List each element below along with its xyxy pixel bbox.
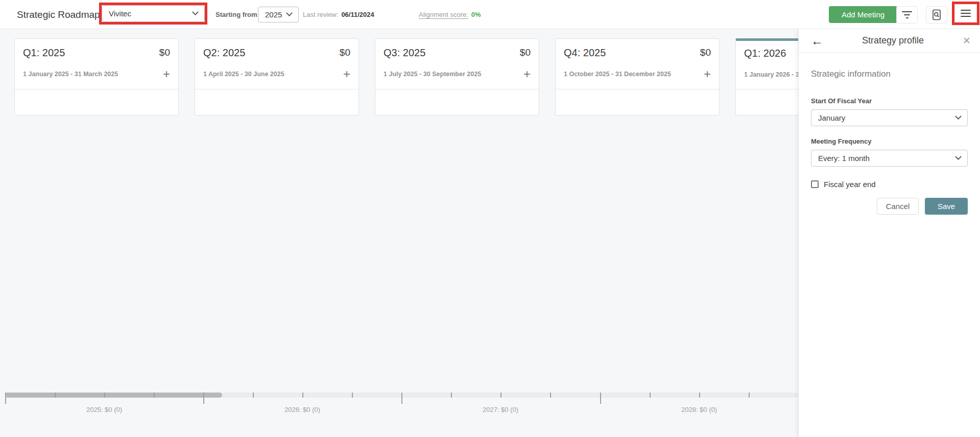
starting-from-label: Starting from: (216, 0, 259, 29)
fiscal-year-select[interactable]: January (811, 109, 968, 126)
cancel-button[interactable]: Cancel (877, 198, 919, 215)
fiscal-year-label: Start Of Fiscal Year (811, 97, 968, 105)
quarter-title: Q1: 2025 (23, 47, 65, 59)
quarter-amount: $0 (700, 47, 711, 58)
quarter-title: Q1: 2026 (744, 48, 786, 59)
quarter-date-range: 1 July 2025 - 30 September 2025 (384, 71, 481, 78)
menu-button[interactable] (954, 4, 977, 22)
panel-content: Strategic information Start Of Fiscal Ye… (799, 69, 980, 215)
year-boundary-tick (401, 393, 402, 404)
chevron-down-icon (955, 113, 962, 120)
menu-icon (961, 10, 971, 11)
quarter-tick (55, 393, 56, 398)
starting-year-select[interactable]: 2025 (258, 7, 299, 22)
timeline-year-label: 2025: $0 (0) (5, 406, 203, 413)
quarter-tick (650, 393, 651, 398)
quarter-card-body (556, 89, 719, 115)
quarter-tick (352, 393, 353, 398)
section-title: Strategic information (811, 69, 968, 79)
panel-actions: Cancel Save (811, 198, 968, 215)
meeting-frequency-label: Meeting Frequency (811, 137, 968, 145)
timeline-scrubber: 2025: $0 (0) 2026: $0 (0) 2027: $0 (0) 2… (5, 393, 798, 416)
quarter-tick (500, 393, 501, 398)
year-boundary-tick (600, 393, 601, 404)
fiscal-year-end-checkbox[interactable] (811, 180, 819, 188)
alignment-score: Alignment score: 0% (419, 0, 481, 29)
add-item-button[interactable]: + (704, 70, 711, 79)
quarter-card-body (195, 89, 358, 115)
quarter-card-q3-2025: Q3: 2025 $0 1 July 2025 - 30 September 2… (375, 38, 539, 116)
filter-icon (902, 11, 912, 12)
starting-year-value: 2025 (265, 10, 282, 19)
quarter-card-body (15, 89, 178, 115)
add-item-button[interactable]: + (163, 70, 170, 79)
strategy-profile-panel: ← Strategy profile ✕ Strategic informati… (798, 29, 980, 437)
fiscal-year-end-label: Fiscal year end (824, 180, 876, 189)
add-meeting-button[interactable]: Add Meeting (829, 6, 897, 23)
quarter-date-range: 1 January 2025 - 31 March 2025 (23, 71, 118, 78)
last-review-date: 06/11/2024 (341, 11, 374, 18)
company-select[interactable]: Vivitec (102, 5, 205, 22)
quarter-tick (550, 393, 551, 398)
last-review-label: Last review: (303, 11, 338, 18)
quarter-title: Q2: 2025 (203, 47, 245, 59)
year-boundary-tick (203, 393, 204, 404)
quarter-card-q1-2025: Q1: 2025 $0 1 January 2025 - 31 March 20… (14, 38, 179, 116)
close-icon[interactable]: ✕ (963, 36, 971, 45)
meeting-frequency-select[interactable]: Every: 1 month (811, 150, 968, 167)
top-bar: Strategic Roadmap Vivitec Starting from:… (0, 0, 980, 29)
annotation-highlight-company: Vivitec (99, 3, 207, 25)
chevron-down-icon (192, 9, 199, 15)
last-review: Last review: 06/11/2024 (303, 0, 374, 29)
chevron-down-icon (286, 10, 293, 16)
timeline-year-label: 2028: $0 (0) (600, 406, 798, 413)
document-review-button[interactable] (926, 6, 947, 24)
timeline-thumb[interactable] (5, 393, 222, 398)
quarter-amount: $0 (340, 47, 350, 58)
alignment-score-link[interactable]: Alignment score: (419, 11, 468, 18)
quarter-tick (451, 393, 452, 398)
year-boundary-tick (5, 393, 6, 404)
quarter-tick (154, 393, 155, 398)
quarter-amount: $0 (520, 47, 531, 58)
company-select-value: Vivitec (109, 9, 131, 18)
meeting-frequency-value: Every: 1 month (818, 154, 870, 163)
back-arrow-icon[interactable]: ← (811, 35, 823, 47)
quarter-tick (104, 393, 105, 398)
quarter-card-body (375, 89, 539, 115)
alignment-score-value: 0% (471, 11, 481, 18)
quarter-card-q4-2025: Q4: 2025 $0 1 October 2025 - 31 December… (555, 38, 720, 116)
quarter-date-range: 1 October 2025 - 31 December 2025 (564, 71, 671, 78)
filter-button[interactable] (896, 6, 918, 24)
quarter-amount: $0 (159, 47, 170, 58)
page-title: Strategic Roadmap (17, 0, 100, 29)
fiscal-year-value: January (818, 113, 845, 122)
strategic-roadmap-app: Strategic Roadmap Vivitec Starting from:… (0, 0, 980, 437)
chevron-down-icon (955, 153, 962, 160)
add-item-button[interactable]: + (343, 70, 350, 79)
panel-title: Strategy profile (823, 35, 963, 46)
timeline-year-label: 2027: $0 (0) (401, 406, 600, 413)
quarter-date-range: 1 April 2025 - 30 June 2025 (203, 71, 284, 78)
add-item-button[interactable]: + (523, 70, 531, 79)
annotation-highlight-menu (952, 2, 979, 25)
quarter-title: Q4: 2025 (564, 47, 606, 59)
quarter-tick (699, 393, 700, 398)
fiscal-year-end-row: Fiscal year end (811, 180, 968, 189)
document-search-icon (931, 9, 942, 20)
quarter-tick (302, 393, 303, 398)
quarter-card-q2-2025: Q2: 2025 $0 1 April 2025 - 30 June 2025 … (195, 38, 359, 116)
quarter-tick (749, 393, 750, 398)
quarter-title: Q3: 2025 (384, 47, 425, 59)
panel-header: ← Strategy profile ✕ (799, 29, 980, 53)
save-button[interactable]: Save (925, 198, 968, 215)
quarter-tick (253, 393, 254, 398)
timeline-year-label: 2026: $0 (0) (203, 406, 401, 413)
